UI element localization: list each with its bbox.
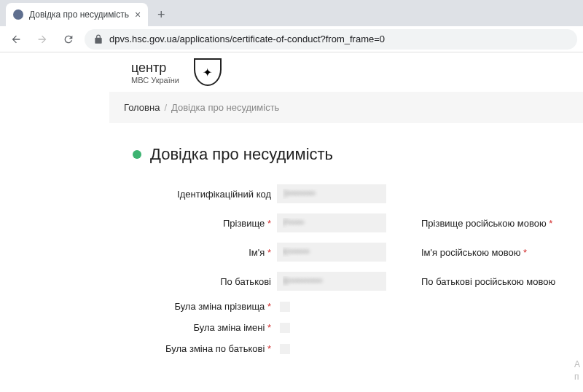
input-id-code[interactable] <box>277 184 386 203</box>
application-form: Ідентифікаційний код Прізвище * Прізвище… <box>133 184 583 354</box>
emblem-icon: ✦ <box>194 58 222 86</box>
input-surname[interactable] <box>277 213 386 232</box>
label-name: Ім'я * <box>133 247 271 258</box>
checkbox-name-changed[interactable] <box>280 323 290 333</box>
input-patronymic[interactable] <box>277 272 386 291</box>
arrow-right-icon <box>36 34 48 45</box>
browser-toolbar: dpvs.hsc.gov.ua/applications/certificate… <box>0 26 583 52</box>
breadcrumb-separator: / <box>164 102 167 113</box>
reload-icon <box>63 34 74 45</box>
page-title-row: Довідка про несудимість <box>133 145 583 164</box>
label-surname: Прізвище * <box>133 218 271 229</box>
label-name-ru: Ім'я російською мовою * <box>421 247 527 258</box>
breadcrumb-home[interactable]: Головна <box>124 102 160 113</box>
logo-block: центр МВС України <box>131 60 179 85</box>
input-name[interactable] <box>277 243 386 262</box>
url-bar[interactable]: dpvs.hsc.gov.ua/applications/certificate… <box>85 29 577 50</box>
logo-title: центр <box>131 60 179 76</box>
label-patronymic-changed: Була зміна по батькові * <box>133 343 271 354</box>
label-surname-ru: Прізвище російською мовою * <box>421 218 552 229</box>
close-icon[interactable]: × <box>135 9 141 20</box>
row-name: Ім'я * Ім'я російською мовою * <box>133 243 583 262</box>
reload-button[interactable] <box>58 29 79 50</box>
back-button[interactable] <box>6 29 26 50</box>
row-patronymic: По батькові По батькові російською мовою <box>133 272 583 291</box>
checkbox-patronymic-changed[interactable] <box>280 344 290 354</box>
page-title: Довідка про несудимість <box>150 145 333 164</box>
side-hint: А п <box>574 358 580 383</box>
breadcrumb: Головна / Довідка про несудимість <box>109 92 583 123</box>
label-patronymic: По батькові <box>133 276 271 287</box>
logo-subtitle: МВС України <box>131 76 179 85</box>
favicon-icon <box>13 9 23 20</box>
status-dot-icon <box>133 150 141 159</box>
label-name-changed: Була зміна імені * <box>133 322 271 333</box>
new-tab-button[interactable]: + <box>151 4 171 25</box>
row-surname: Прізвище * Прізвище російською мовою * <box>133 213 583 232</box>
row-id-code: Ідентифікаційний код <box>133 184 583 203</box>
checkbox-surname-changed[interactable] <box>280 302 290 312</box>
site-header: центр МВС України ✦ <box>0 52 583 92</box>
arrow-left-icon <box>10 34 22 45</box>
breadcrumb-current: Довідка про несудимість <box>171 102 279 113</box>
forward-button[interactable] <box>32 29 52 50</box>
row-patronymic-changed: Була зміна по батькові * <box>133 343 583 354</box>
tab-title: Довідка про несудимість <box>29 9 129 20</box>
label-id-code: Ідентифікаційний код <box>133 189 271 200</box>
browser-tab-strip: Довідка про несудимість × + <box>0 0 583 26</box>
label-patronymic-ru: По батькові російською мовою <box>421 276 555 287</box>
page-content: центр МВС України ✦ Головна / Довідка пр… <box>0 52 583 392</box>
row-surname-changed: Була зміна прізвища * <box>133 301 583 312</box>
label-surname-changed: Була зміна прізвища * <box>133 301 271 312</box>
browser-tab-active[interactable]: Довідка про несудимість × <box>6 3 148 26</box>
url-text: dpvs.hsc.gov.ua/applications/certificate… <box>109 34 385 44</box>
row-name-changed: Була зміна імені * <box>133 322 583 333</box>
lock-icon <box>93 34 103 44</box>
